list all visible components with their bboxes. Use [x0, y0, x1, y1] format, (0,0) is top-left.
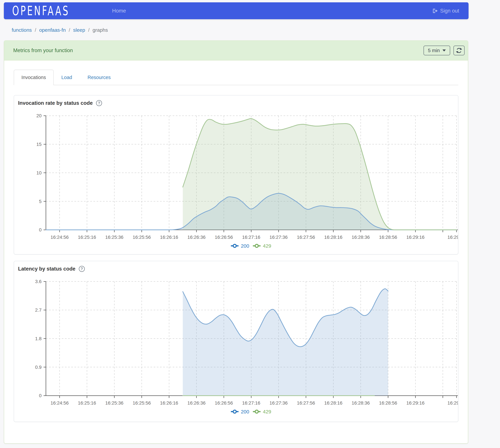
invocation-rate-chart[interactable]: 0510152016:24:5616:25:1616:25:3616:25:56…	[14, 96, 458, 254]
breadcrumb-separator: /	[69, 27, 70, 33]
svg-text:16:29:16: 16:29:16	[406, 235, 425, 240]
svg-text:16:27:36: 16:27:36	[270, 235, 288, 240]
svg-text:429: 429	[263, 243, 271, 249]
svg-text:16:27:16: 16:27:16	[242, 235, 260, 240]
svg-text:16:26:16: 16:26:16	[160, 400, 178, 406]
svg-text:16:28:16: 16:28:16	[324, 235, 343, 240]
svg-text:16:28:56: 16:28:56	[379, 235, 397, 240]
breadcrumb-functions[interactable]: functions	[12, 27, 32, 33]
metrics-panel: Metrics from your function 5 min Invocat…	[4, 40, 468, 444]
openfaas-logo: OPENFAAS	[12, 3, 69, 18]
svg-text:10: 10	[36, 170, 41, 176]
latency-card: Latency by status code ? 00.91.82.73.616…	[14, 261, 458, 422]
svg-text:16:27:36: 16:27:36	[270, 400, 288, 406]
sign-out-link[interactable]: Sign out	[432, 8, 459, 14]
svg-text:16:25:56: 16:25:56	[133, 400, 151, 406]
svg-text:15: 15	[36, 142, 41, 147]
breadcrumb-function[interactable]: sleep	[73, 27, 85, 33]
svg-text:16:27:56: 16:27:56	[297, 235, 315, 240]
svg-text:16:28:36: 16:28:36	[352, 235, 370, 240]
svg-text:16:25:16: 16:25:16	[78, 235, 96, 240]
legend-item-200[interactable]: 200	[231, 243, 249, 249]
refresh-button[interactable]	[453, 46, 465, 55]
sign-out-icon	[432, 8, 438, 14]
metrics-header-controls: 5 min	[424, 46, 465, 55]
chart-tabs: Invocations Load Resources	[14, 70, 458, 85]
svg-text:2.7: 2.7	[35, 307, 42, 313]
svg-text:200: 200	[241, 409, 249, 415]
svg-text:16:28:56: 16:28:56	[379, 400, 397, 406]
svg-text:16:26:56: 16:26:56	[215, 400, 233, 406]
legend-item-200[interactable]: 200	[231, 409, 249, 415]
svg-text:0: 0	[39, 393, 42, 398]
svg-text:16:25:16: 16:25:16	[78, 400, 96, 406]
svg-text:429: 429	[263, 409, 271, 415]
svg-text:16:26:36: 16:26:36	[187, 400, 206, 406]
time-range-dropdown[interactable]: 5 min	[424, 46, 450, 55]
breadcrumb: functions / openfaas-fn / sleep / graphs	[12, 27, 108, 33]
svg-text:16:29:16: 16:29:16	[406, 400, 425, 406]
refresh-icon	[456, 47, 462, 54]
legend-item-429[interactable]: 429	[253, 243, 271, 249]
svg-text:16:24:56: 16:24:56	[51, 400, 69, 406]
svg-text:16:28:16: 16:28:16	[324, 400, 343, 406]
legend-item-429[interactable]: 429	[253, 409, 271, 415]
metrics-panel-header: Metrics from your function 5 min	[4, 41, 468, 61]
svg-text:16:26:16: 16:26:16	[160, 235, 178, 240]
svg-text:20: 20	[36, 113, 41, 118]
top-navbar: OPENFAAS Home Sign out	[4, 2, 468, 19]
tab-invocations[interactable]: Invocations	[14, 70, 54, 85]
svg-text:16:27:16: 16:27:16	[242, 400, 260, 406]
tab-resources[interactable]: Resources	[80, 70, 119, 85]
svg-text:5: 5	[39, 199, 42, 204]
svg-text:16:25:36: 16:25:36	[105, 400, 123, 406]
svg-text:16:26:56: 16:26:56	[215, 235, 233, 240]
svg-text:16:26:36: 16:26:36	[187, 235, 206, 240]
tab-load[interactable]: Load	[54, 70, 80, 85]
breadcrumb-current-page: graphs	[92, 27, 108, 33]
sign-out-label: Sign out	[440, 8, 459, 14]
svg-text:0: 0	[39, 227, 42, 232]
svg-text:16:28:36: 16:28:36	[352, 400, 370, 406]
breadcrumb-separator: /	[88, 27, 89, 33]
help-icon[interactable]: ?	[79, 266, 85, 272]
invocation-rate-card: Invocation rate by status code ? 0510152…	[14, 95, 458, 255]
chevron-down-icon	[442, 49, 446, 51]
svg-text:0.9: 0.9	[35, 365, 42, 370]
svg-text:200: 200	[241, 243, 249, 249]
svg-text:1.8: 1.8	[35, 336, 42, 341]
svg-text:16:25:36: 16:25:36	[105, 235, 123, 240]
svg-text:16:27:56: 16:27:56	[297, 400, 315, 406]
help-icon[interactable]: ?	[96, 100, 102, 106]
invocation-rate-title: Invocation rate by status code	[18, 100, 93, 106]
svg-text:16:29:46: 16:29:46	[448, 400, 458, 406]
metrics-panel-title: Metrics from your function	[13, 48, 73, 53]
svg-text:16:29:46: 16:29:46	[448, 235, 458, 240]
latency-title: Latency by status code	[18, 266, 75, 272]
svg-text:16:25:56: 16:25:56	[133, 235, 151, 240]
svg-text:16:24:56: 16:24:56	[51, 235, 69, 240]
nav-home-link[interactable]: Home	[112, 8, 126, 14]
breadcrumb-namespace[interactable]: openfaas-fn	[39, 27, 66, 33]
time-range-label: 5 min	[428, 48, 440, 53]
breadcrumb-separator: /	[35, 27, 36, 33]
latency-chart[interactable]: 00.91.82.73.616:24:5616:25:1616:25:3616:…	[14, 261, 458, 422]
svg-text:3.6: 3.6	[35, 279, 42, 284]
